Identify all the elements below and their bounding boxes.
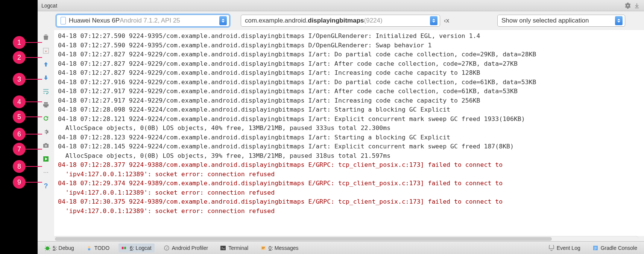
log-line: 04-18 07:12:27.916 9224-9229/com.example…	[58, 78, 640, 87]
chevron-updown-icon	[430, 16, 437, 25]
callout-5: 5	[13, 110, 26, 123]
gear-icon[interactable]	[624, 2, 631, 9]
side-toolbar: ⋯ ?	[38, 30, 54, 236]
print-icon[interactable]	[41, 100, 51, 110]
tab-terminal-label: Terminal	[228, 245, 248, 251]
filter-mode-selector[interactable]: Show only selected application	[497, 15, 625, 27]
soft-wrap-icon[interactable]	[41, 86, 51, 96]
log-line: 'ipv4:127.0.0.1:12389': socket error: co…	[58, 170, 640, 179]
regex-toggle[interactable]: ‹x	[444, 17, 449, 24]
callout-annotations: 123456789	[0, 0, 38, 254]
record-icon[interactable]	[41, 154, 51, 164]
process-suffix: (9224)	[364, 17, 383, 24]
messages-icon	[260, 245, 266, 251]
tab-profiler-label: Android Profiler	[172, 245, 208, 251]
terminal-icon	[220, 245, 226, 251]
log-output[interactable]: 04-18 07:12:27.590 9224-9395/com.example…	[54, 30, 644, 236]
panel-title: Logcat	[41, 3, 57, 9]
restart-icon[interactable]	[41, 113, 51, 123]
tab-gradle-label: Gradle Console	[601, 245, 637, 251]
log-line: 04-18 07:12:27.827 9224-9229/com.example…	[58, 50, 640, 59]
tab-todo[interactable]: TODO	[83, 243, 112, 252]
device-name: Huawei Nexus 6P	[69, 17, 120, 24]
tab-logcat[interactable]: 6: Logcat	[118, 243, 155, 252]
tab-event-log[interactable]: Event Log	[545, 243, 583, 252]
log-line: 04-18 07:12:30.375 9224-9389/com.example…	[58, 197, 640, 207]
content-area: ⋯ ? 04-18 07:12:27.590 9224-9395/com.exa…	[38, 30, 644, 236]
tab-gradle[interactable]: Gradle Console	[589, 243, 640, 252]
callout-7: 7	[13, 143, 26, 156]
tab-messages[interactable]: 0: Messages	[257, 243, 301, 252]
bottom-tool-tabs: 5: Debug TODO 6: Logcat Android Profiler…	[38, 241, 644, 254]
svg-point-5	[46, 246, 49, 250]
device-detail: Android 7.1.2, API 25	[120, 17, 180, 24]
callout-9: 9	[13, 176, 26, 189]
chevron-updown-icon	[615, 16, 623, 25]
log-line: 04-18 07:12:28.145 9224-9224/com.example…	[58, 142, 640, 151]
gear-icon[interactable]	[41, 127, 51, 137]
log-line: 04-18 07:12:28.098 9224-9224/com.example…	[58, 105, 640, 115]
log-line: AllocSpace objects, 0(0B) LOS objects, 3…	[58, 151, 640, 161]
event-log-icon	[548, 245, 554, 251]
process-bold: displayingbitmaps	[308, 17, 364, 24]
log-line: 'ipv4:127.0.0.1:12389': socket error: co…	[58, 207, 640, 216]
tab-profiler[interactable]: Android Profiler	[161, 243, 211, 252]
tab-debug[interactable]: 5: Debug	[41, 243, 77, 252]
gradle-icon	[592, 245, 598, 251]
process-prefix: com.example.android.	[245, 17, 308, 24]
horizontal-scrollbar[interactable]	[54, 236, 639, 241]
svg-rect-0	[43, 48, 49, 53]
log-line: AllocSpace objects, 0(0B) LOS objects, 4…	[58, 124, 640, 133]
arrow-down-icon[interactable]	[41, 73, 51, 83]
title-bar: Logcat	[38, 0, 644, 11]
tab-terminal[interactable]: Terminal	[217, 243, 251, 252]
camera-icon[interactable]	[41, 141, 51, 150]
svg-rect-7	[88, 248, 90, 250]
log-line: 04-18 07:12:27.917 9224-9229/com.example…	[58, 87, 640, 96]
log-line: 04-18 07:12:27.590 9224-9395/com.example…	[58, 41, 640, 50]
tab-todo-label: TODO	[94, 245, 109, 251]
log-line: 04-18 07:12:27.827 9224-9229/com.example…	[58, 59, 640, 69]
log-line: 04-18 07:12:29.374 9224-9389/com.example…	[58, 179, 640, 188]
callout-8: 8	[13, 160, 26, 173]
log-line: 04-18 07:12:28.121 9224-9224/com.example…	[58, 115, 640, 124]
callout-3: 3	[13, 73, 26, 86]
log-line: 'ipv4:127.0.0.1:12389': socket error: co…	[58, 188, 640, 198]
svg-rect-3	[45, 143, 47, 144]
logcat-panel: Logcat Huawei Nexus 6P Android 7.1.2, AP…	[38, 0, 644, 254]
help-icon[interactable]: ?	[41, 181, 51, 191]
logcat-icon	[122, 245, 128, 251]
device-selector[interactable]: Huawei Nexus 6P Android 7.1.2, API 25	[56, 15, 229, 27]
log-line: 04-18 07:12:27.917 9224-9229/com.example…	[58, 96, 640, 106]
trash-icon[interactable]	[41, 32, 51, 42]
device-icon	[61, 17, 66, 24]
tab-eventlog-label: Event Log	[557, 245, 580, 251]
callout-4: 4	[13, 95, 26, 108]
callout-6: 6	[13, 128, 26, 141]
svg-rect-8	[122, 246, 124, 249]
collapse-icon[interactable]	[633, 2, 640, 9]
bug-icon	[44, 245, 50, 251]
profiler-icon	[164, 245, 170, 251]
process-selector[interactable]: com.example.android.displayingbitmaps (9…	[241, 15, 440, 27]
callout-1: 1	[13, 36, 26, 49]
scroll-end-icon[interactable]	[41, 46, 51, 56]
todo-icon	[86, 245, 92, 251]
svg-point-2	[45, 145, 47, 147]
more-icon[interactable]: ⋯	[41, 168, 51, 177]
log-line: 04-18 07:12:27.590 9224-9395/com.example…	[58, 32, 640, 41]
callout-2: 2	[13, 51, 26, 64]
svg-rect-9	[124, 246, 126, 249]
log-line: 04-18 07:12:27.827 9224-9229/com.example…	[58, 68, 640, 78]
filter-mode-label: Show only selected application	[501, 17, 589, 24]
filter-bar: Huawei Nexus 6P Android 7.1.2, API 25 co…	[38, 11, 644, 30]
svg-rect-11	[220, 246, 226, 250]
arrow-up-icon[interactable]	[41, 59, 51, 69]
svg-point-6	[88, 246, 90, 248]
log-line: 04-18 07:12:28.377 9224-9388/com.example…	[58, 160, 640, 170]
log-line: 04-18 07:12:28.123 9224-9224/com.example…	[58, 133, 640, 142]
chevron-updown-icon	[219, 16, 227, 25]
